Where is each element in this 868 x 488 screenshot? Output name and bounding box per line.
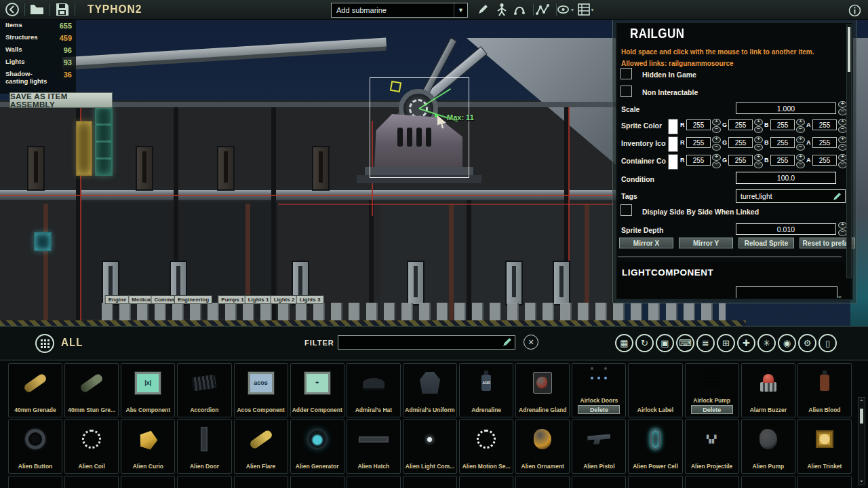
entity-item[interactable]: |x|Abs Component bbox=[121, 363, 175, 417]
character-mode-icon[interactable] bbox=[494, 2, 510, 17]
sprite-depth-input[interactable]: 0.010 bbox=[736, 223, 836, 235]
filter-input[interactable] bbox=[338, 335, 515, 350]
channel-stepper[interactable]: +− bbox=[754, 119, 763, 133]
scroll-up-icon[interactable]: ⌃ bbox=[859, 399, 865, 406]
entity-item[interactable]: Alien Blood bbox=[797, 363, 852, 417]
entity-item[interactable]: Airlock DoorsDelete bbox=[572, 363, 626, 417]
channel-stepper[interactable]: +− bbox=[712, 154, 721, 168]
channel-input[interactable]: 255 bbox=[812, 155, 837, 166]
delete-assembly-button[interactable]: Delete bbox=[578, 405, 620, 414]
entity-item[interactable] bbox=[347, 476, 401, 488]
entity-item[interactable]: Alien Generator bbox=[290, 419, 344, 474]
save-as-item-assembly-button[interactable]: SAVE AS ITEM ASSEMBLY bbox=[9, 92, 113, 108]
hidden-in-game-checkbox[interactable] bbox=[620, 68, 632, 79]
condition-input[interactable]: 100.0 bbox=[736, 172, 836, 184]
door[interactable] bbox=[217, 146, 235, 191]
channel-input[interactable]: 255 bbox=[686, 155, 711, 166]
door[interactable] bbox=[312, 146, 330, 191]
color-swatch[interactable] bbox=[668, 119, 678, 134]
rotation-handle[interactable] bbox=[390, 81, 401, 92]
side-by-side-checkbox[interactable] bbox=[620, 204, 632, 216]
channel-input[interactable]: 255 bbox=[728, 155, 753, 166]
entity-item[interactable]: acosAcos Component bbox=[234, 363, 288, 417]
channel-input[interactable]: 255 bbox=[686, 137, 711, 148]
entity-item[interactable]: Alien Hatch bbox=[347, 419, 401, 474]
clear-filter-button[interactable]: ✕ bbox=[524, 335, 538, 350]
channel-input[interactable]: 255 bbox=[812, 119, 837, 130]
entity-item[interactable]: Alien Power Cell bbox=[628, 419, 682, 474]
visibility-menu-icon[interactable]: ▾ bbox=[557, 2, 574, 17]
channel-input[interactable]: 255 bbox=[728, 119, 753, 130]
entity-item[interactable]: Alien Curio bbox=[121, 419, 175, 474]
add-submarine-dropdown[interactable]: Add submarine ▼ bbox=[331, 3, 468, 18]
channel-stepper[interactable]: +− bbox=[754, 136, 763, 151]
channel-stepper[interactable]: +− bbox=[796, 119, 805, 133]
entity-item[interactable]: Alarm Buzzer bbox=[741, 363, 795, 417]
save-icon[interactable] bbox=[54, 2, 71, 17]
entity-item[interactable]: Alien Motion Se... bbox=[459, 419, 513, 474]
entity-item[interactable]: Airlock Label bbox=[628, 363, 682, 417]
entity-item[interactable]: Alien Trinket bbox=[797, 419, 852, 474]
supply-cabinet[interactable] bbox=[95, 105, 113, 176]
entity-item[interactable]: Admiral's Uniform bbox=[403, 363, 457, 417]
open-file-icon[interactable] bbox=[29, 2, 45, 17]
entity-item[interactable]: ADRAdrenaline bbox=[459, 363, 513, 417]
channel-stepper[interactable]: +− bbox=[796, 136, 805, 151]
entity-item[interactable]: Alien Pump bbox=[741, 419, 795, 474]
entity-item[interactable] bbox=[741, 476, 795, 488]
entity-item[interactable] bbox=[515, 476, 570, 488]
channel-input[interactable]: 255 bbox=[686, 119, 711, 130]
mirror-y-button[interactable]: Mirror Y bbox=[679, 238, 733, 248]
entity-item[interactable] bbox=[121, 476, 175, 488]
entity-item[interactable]: Alien Coil bbox=[64, 419, 119, 474]
entity-item[interactable]: Airlock PumpDelete bbox=[685, 363, 739, 417]
door[interactable] bbox=[553, 261, 570, 305]
color-swatch[interactable] bbox=[668, 154, 678, 170]
entity-item[interactable]: +Adder Component bbox=[290, 363, 344, 417]
category-all-icon[interactable]: ▦ bbox=[615, 334, 633, 352]
category-mechanical-icon[interactable]: ⚙ bbox=[798, 334, 816, 352]
lightcomponent-input[interactable] bbox=[736, 286, 837, 298]
category-wrecked-icon[interactable]: ▯ bbox=[818, 334, 837, 352]
entity-item[interactable]: Adrenaline Gland bbox=[515, 363, 570, 417]
scale-input[interactable]: 1.000 bbox=[736, 102, 836, 114]
entity-item[interactable] bbox=[572, 476, 626, 488]
entity-item[interactable] bbox=[403, 476, 457, 488]
category-misc-icon[interactable]: ↻ bbox=[635, 334, 654, 352]
edit-pencil-icon[interactable] bbox=[832, 192, 842, 202]
channel-stepper[interactable]: +− bbox=[754, 154, 763, 168]
channel-input[interactable]: 255 bbox=[728, 137, 753, 148]
layer-list-icon[interactable]: ▾ bbox=[578, 2, 594, 17]
entity-item[interactable]: Alien Button bbox=[8, 419, 62, 474]
entity-item[interactable]: Alien Door bbox=[177, 419, 231, 474]
fabricator-light[interactable] bbox=[34, 232, 52, 251]
category-medical-icon[interactable]: ✚ bbox=[737, 334, 755, 352]
door[interactable] bbox=[27, 146, 45, 191]
scroll-down-icon[interactable]: ⌄ bbox=[837, 292, 843, 299]
category-electrical-icon[interactable]: ⊞ bbox=[717, 334, 735, 352]
reload-sprite-button[interactable]: Reload Sprite bbox=[738, 238, 794, 248]
entity-item[interactable] bbox=[177, 476, 231, 488]
color-swatch[interactable] bbox=[668, 136, 678, 152]
edit-mode-icon[interactable] bbox=[475, 2, 491, 17]
channel-input[interactable]: 255 bbox=[812, 137, 837, 148]
door[interactable] bbox=[407, 261, 425, 305]
back-icon[interactable] bbox=[4, 2, 20, 17]
entity-item[interactable] bbox=[290, 476, 344, 488]
channel-stepper[interactable]: +− bbox=[712, 119, 721, 133]
channel-input[interactable]: 255 bbox=[770, 155, 795, 166]
category-alien-icon[interactable]: ✳ bbox=[757, 334, 776, 352]
delete-assembly-button[interactable]: Delete bbox=[691, 405, 733, 414]
entity-item[interactable]: 40mm Stun Gre... bbox=[64, 363, 119, 417]
info-icon[interactable] bbox=[846, 3, 863, 18]
all-category-icon[interactable] bbox=[35, 334, 54, 353]
entity-item[interactable]: Alien Flare bbox=[234, 419, 288, 474]
entity-item[interactable] bbox=[459, 476, 513, 488]
scrollbar-thumb[interactable] bbox=[848, 27, 850, 72]
entity-item[interactable] bbox=[8, 476, 62, 488]
channel-stepper[interactable]: +− bbox=[796, 154, 805, 168]
scrollbar-thumb[interactable] bbox=[860, 409, 863, 424]
entity-item[interactable] bbox=[628, 476, 682, 488]
channel-input[interactable]: 255 bbox=[770, 119, 795, 130]
tags-input[interactable]: turret,light bbox=[736, 189, 846, 203]
